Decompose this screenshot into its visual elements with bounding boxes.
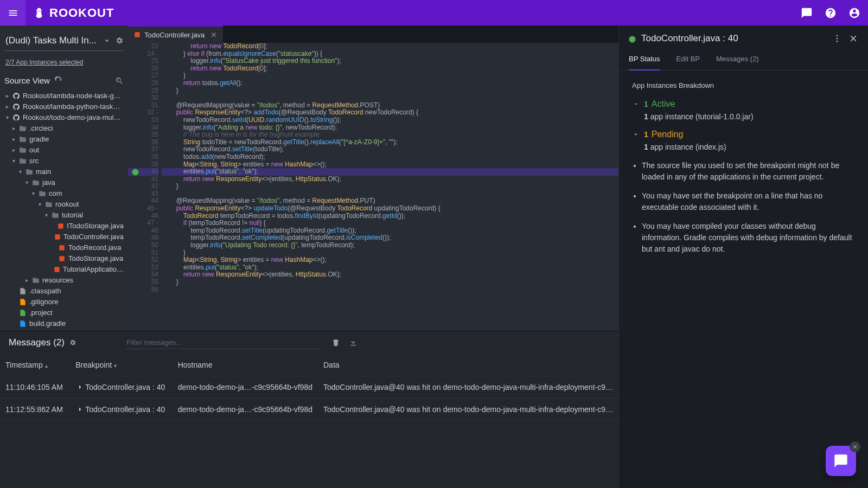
tree-item[interactable]: ▾Rookout/todo-demo-java-mul… [4,112,124,123]
search-icon[interactable] [115,76,124,85]
tree-item[interactable]: TutorialApplicatio… [4,264,124,275]
tree-item[interactable]: .classpath [4,286,124,297]
messages-filter-input[interactable] [125,336,321,349]
active-label: Active [652,99,675,109]
tree-item[interactable]: TodoController.java [4,232,124,242]
tree-item[interactable]: ▾src [4,156,124,166]
help-icon[interactable] [824,6,838,20]
tree-item[interactable]: ▸Rookout/lambda-python-task… [4,101,124,112]
tree-item[interactable]: ▸gradle [4,134,124,145]
svg-rect-0 [58,223,63,228]
chevron-down-icon [632,131,640,138]
tree-item[interactable]: .project [4,307,124,318]
bp-tabs: BP Status Edit BP Messages (2) [619,49,868,70]
tab-bp-messages[interactable]: Messages (2) [716,49,759,70]
sidebar: (Dudi) Tasks Multi In... 2/7 App Instanc… [0,25,128,331]
gear-icon[interactable] [115,36,124,45]
hints-list: The source file you used to set the brea… [642,160,855,255]
hint-item: You may have set the breakpoint on a lin… [642,190,855,213]
svg-point-8 [837,41,838,42]
top-bar: ROOKOUT [0,0,868,25]
tree-item[interactable]: build.gradle [4,318,124,329]
tree-item[interactable]: ▾com [4,188,124,199]
svg-point-6 [837,35,838,36]
tree-item[interactable]: ▾tutorial [4,210,124,221]
tree-item[interactable]: ITodoStorage.java [4,221,124,232]
tree-item[interactable]: ▾java [4,177,124,188]
message-row[interactable]: 11:12:55:862 AMTodoController.java : 40d… [0,399,618,421]
col-timestamp[interactable]: Timestamp▴ [0,354,70,376]
refresh-icon[interactable] [54,76,63,85]
pending-count: 1 [644,130,648,139]
tab-label: TodoController.java [144,31,205,39]
chevron-down-icon [102,36,112,46]
svg-rect-1 [55,234,60,239]
java-file-icon [133,31,141,38]
gear-icon[interactable] [69,339,76,346]
bp-subtitle: App Instances Breakdown [632,81,855,89]
menu-button[interactable] [0,0,25,25]
messages-table: Timestamp▴ Breakpoint▾ Hostname Data 11:… [0,354,618,421]
pending-detail: 1 app instance (index.js) [644,143,855,151]
tree-item[interactable]: ▾main [4,166,124,177]
close-panel-icon[interactable] [848,34,858,43]
svg-rect-5 [135,32,139,37]
account-icon[interactable] [847,6,861,20]
active-detail: 1 app instance (tutorial-1.0.0.jar) [644,112,855,121]
tab-bp-status[interactable]: BP Status [629,49,660,70]
tree-item[interactable]: .gitignore [4,297,124,307]
breakpoint-dot-icon [629,36,636,43]
col-data[interactable]: Data [318,354,618,376]
source-view-label: Source View [4,76,50,85]
pending-label: Pending [652,130,684,139]
editor-tab[interactable]: TodoController.java [128,25,223,43]
svg-rect-4 [54,267,59,272]
chat-icon[interactable] [800,6,814,20]
tree-item[interactable]: ▸out [4,145,124,156]
chat-fab-close[interactable] [850,441,860,452]
chevron-down-icon [632,100,640,108]
brand-logo: ROOKOUT [33,6,114,20]
breakpoint-panel: TodoController.java : 40 BP Status Edit … [618,25,868,488]
task-name: (Dudi) Tasks Multi In... [5,35,102,46]
trash-icon[interactable] [331,338,340,347]
file-tree: ▸Rookout/lambda-node-task-g…▸Rookout/lam… [4,91,124,331]
messages-panel: Messages (2) Timestamp▴ Breakpoint▾ Host… [0,331,618,488]
message-row[interactable]: 11:10:46:105 AMTodoController.java : 40d… [0,376,618,399]
hint-item: The source file you used to set the brea… [642,160,855,183]
close-icon[interactable] [210,31,218,38]
brand-text: ROOKOUT [49,6,114,20]
tree-item[interactable]: ▸Rookout/lambda-node-task-g… [4,91,124,101]
tree-item[interactable]: TodoRecord.java [4,242,124,253]
hint-item: You may have compiled your classes witho… [642,221,855,255]
svg-rect-3 [59,256,64,261]
status-active-row[interactable]: 1 Active [632,99,855,109]
active-count: 1 [644,100,648,108]
tree-item[interactable]: ▾rookout [4,199,124,210]
tree-item[interactable]: ▸resources [4,275,124,286]
svg-point-7 [837,38,838,40]
instances-link[interactable]: 2/7 App Instances selected [5,59,124,66]
messages-title: Messages (2) [9,337,65,348]
col-breakpoint[interactable]: Breakpoint▾ [70,354,173,376]
more-icon[interactable] [832,34,842,43]
tab-edit-bp[interactable]: Edit BP [676,49,700,70]
download-icon[interactable] [349,338,358,347]
chat-bubble-icon [833,453,848,468]
tree-item[interactable]: TodoStorage.java [4,253,124,264]
chat-fab[interactable] [826,446,856,476]
status-pending-row[interactable]: 1 Pending [632,130,855,139]
tree-item[interactable]: ▸.circleci [4,123,124,134]
bp-panel-title: TodoController.java : 40 [641,33,830,44]
task-selector[interactable]: (Dudi) Tasks Multi In... [4,32,124,51]
svg-rect-2 [59,245,64,250]
col-hostname[interactable]: Hostname [173,354,318,376]
